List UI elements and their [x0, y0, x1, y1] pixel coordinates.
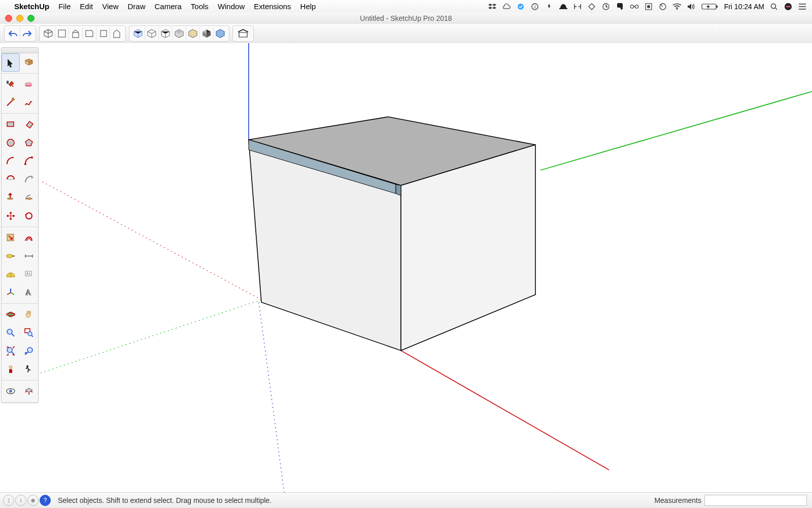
tool-push-pull[interactable]: [2, 188, 20, 207]
credits-button[interactable]: i: [15, 495, 26, 506]
svg-text:A1: A1: [26, 272, 31, 275]
tool-dimension[interactable]: [20, 247, 38, 265]
dropbox-status-icon[interactable]: [488, 2, 497, 11]
tool-make-component[interactable]: [20, 53, 38, 72]
iso-view-button[interactable]: [42, 27, 55, 40]
spotlight-icon[interactable]: [769, 2, 779, 11]
measurements-input[interactable]: [704, 495, 807, 506]
tool-paint-bucket[interactable]: [2, 75, 20, 93]
info-status-icon[interactable]: i: [530, 2, 539, 11]
left-view-button[interactable]: [110, 27, 123, 40]
hint-icon[interactable]: ?: [40, 495, 51, 506]
tool-move[interactable]: [2, 207, 20, 225]
tool-follow-me[interactable]: [20, 188, 38, 207]
volume-status-icon[interactable]: [687, 2, 696, 11]
menu-camera[interactable]: Camera: [154, 2, 181, 11]
clock-status-icon[interactable]: [601, 2, 611, 11]
app-menu[interactable]: SketchUp: [14, 2, 49, 11]
palette-drag-handle[interactable]: [2, 48, 38, 53]
tool-protractor[interactable]: [2, 265, 20, 283]
right-view-button[interactable]: [83, 27, 96, 40]
geolocation-button[interactable]: ⟟: [3, 495, 14, 506]
tool-pan[interactable]: [20, 305, 38, 324]
tool-zoom-window[interactable]: [20, 324, 38, 342]
shaded-textures-style-button[interactable]: [186, 27, 200, 40]
menu-extensions[interactable]: Extensions: [254, 2, 291, 11]
svg-line-20: [401, 351, 609, 470]
back-view-button[interactable]: [96, 27, 110, 40]
status-bar: ⟟ i ☻ ? Select objects. Shift to extend …: [0, 492, 812, 508]
menu-help[interactable]: Help: [300, 2, 316, 11]
tool-offset[interactable]: [20, 229, 38, 247]
evernote-status-icon[interactable]: [616, 2, 625, 11]
tool-look-around[interactable]: [2, 382, 20, 400]
cloud-status-icon[interactable]: [502, 2, 511, 11]
tool-two-point-arc[interactable]: [20, 152, 38, 170]
hat-status-icon[interactable]: [559, 2, 568, 11]
tool-walk[interactable]: [20, 360, 38, 378]
battery-status-icon[interactable]: [701, 2, 719, 11]
tool-circle[interactable]: [2, 134, 20, 152]
tool-pie[interactable]: [20, 170, 38, 188]
tool-select[interactable]: [2, 53, 20, 72]
tool-three-point-arc[interactable]: [2, 170, 20, 188]
svg-point-5: [630, 5, 633, 8]
diamond-status-icon[interactable]: [587, 2, 596, 11]
menu-window[interactable]: Window: [218, 2, 245, 11]
flame-status-icon[interactable]: [545, 2, 554, 11]
tool-rectangle[interactable]: [2, 115, 20, 134]
tool-scale[interactable]: [2, 229, 20, 247]
glasses-status-icon[interactable]: [630, 2, 639, 11]
siri-icon[interactable]: [784, 2, 793, 11]
tool-orbit[interactable]: [2, 305, 20, 324]
tool-freehand[interactable]: [20, 93, 38, 112]
3d-viewport[interactable]: [0, 43, 812, 493]
tool-text[interactable]: A1: [20, 265, 38, 283]
tool-eraser[interactable]: [20, 75, 38, 93]
undo-button[interactable]: [7, 27, 20, 40]
3d-warehouse-button[interactable]: [235, 27, 251, 40]
sync-status-icon[interactable]: [516, 2, 525, 11]
window-title: Untitled - SketchUp Pro 2018: [0, 14, 812, 22]
menu-view[interactable]: View: [102, 2, 118, 11]
tool-polygon[interactable]: [20, 134, 38, 152]
menu-tools[interactable]: Tools: [191, 2, 209, 11]
tool-rotated-rectangle[interactable]: [20, 115, 38, 134]
menu-file[interactable]: File: [58, 2, 71, 11]
tool-tape-measure[interactable]: [2, 247, 20, 265]
top-view-button[interactable]: [55, 27, 69, 40]
tool-section-plane[interactable]: [20, 382, 38, 400]
timemachine-status-icon[interactable]: [658, 2, 667, 11]
wifi-status-icon[interactable]: [672, 2, 682, 11]
tool-separator: [2, 227, 38, 227]
back-edges-style-button[interactable]: [214, 27, 227, 40]
menubar-clock[interactable]: Fri 10:24 AM: [724, 3, 764, 11]
tool-zoom[interactable]: [2, 324, 20, 342]
large-toolset: A1: [1, 47, 39, 403]
tool-zoom-extents[interactable]: [2, 342, 20, 360]
xray-style-button[interactable]: [131, 27, 145, 40]
tool-3d-text[interactable]: [20, 283, 38, 302]
tool-previous[interactable]: [20, 342, 38, 360]
bracket-status-icon[interactable]: [573, 2, 582, 11]
tool-axes[interactable]: [2, 283, 20, 302]
person-button[interactable]: ☻: [27, 495, 39, 506]
tool-position-camera[interactable]: [2, 360, 20, 378]
record-status-icon[interactable]: [644, 2, 653, 11]
svg-rect-37: [7, 255, 13, 258]
menu-edit[interactable]: Edit: [80, 2, 93, 11]
notification-center-icon[interactable]: [798, 2, 807, 11]
wireframe-style-button[interactable]: [145, 27, 159, 40]
tool-arc[interactable]: [2, 152, 20, 170]
svg-point-35: [31, 156, 33, 158]
monochrome-style-button[interactable]: [200, 27, 214, 40]
shaded-style-button[interactable]: [173, 27, 186, 40]
menu-draw[interactable]: Draw: [127, 2, 145, 11]
redo-button[interactable]: [20, 27, 33, 40]
tool-rotate[interactable]: [20, 207, 38, 225]
tool-line[interactable]: [2, 93, 20, 112]
macos-menubar: SketchUp File Edit View Draw Camera Tool…: [0, 0, 812, 13]
hidden-line-style-button[interactable]: [159, 27, 173, 40]
front-view-button[interactable]: [69, 27, 83, 40]
svg-line-17: [259, 302, 284, 493]
